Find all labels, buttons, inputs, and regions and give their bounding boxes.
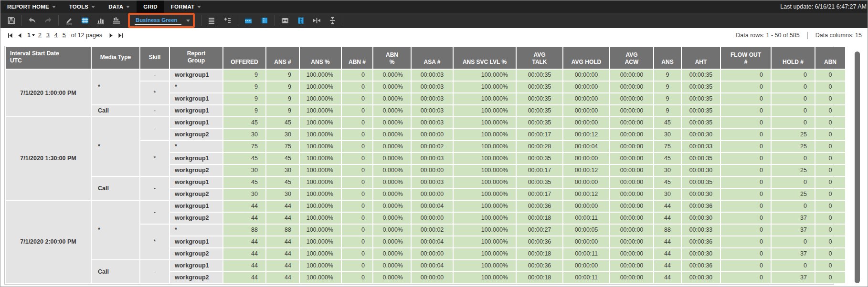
data-cell: 37	[772, 213, 815, 224]
toolbar-separator	[201, 15, 201, 26]
data-cell: 00:00:00	[610, 272, 653, 283]
data-cell: 9	[654, 105, 681, 116]
chart-view-button[interactable]	[93, 14, 108, 27]
menu-data[interactable]: DATA	[102, 0, 137, 13]
data-cell: 100.000%	[300, 82, 341, 92]
freeze-header-row-button[interactable]	[241, 14, 256, 27]
column-header: AVG HOLD	[563, 47, 609, 69]
data-cell: 44	[223, 213, 265, 224]
report-group-cell: workgroup2	[170, 272, 222, 283]
data-cell: 75	[266, 141, 299, 152]
data-cell: 00:00:30	[682, 213, 720, 224]
data-cell: 0	[721, 236, 771, 247]
vertical-scrollbar-thumb[interactable]	[855, 51, 860, 283]
first-page-button[interactable]	[6, 31, 14, 39]
data-cell: 30	[223, 165, 265, 176]
page-link-5[interactable]: 5	[63, 32, 66, 39]
edit-button[interactable]	[61, 14, 77, 27]
data-cell: 00:00:17	[517, 165, 562, 176]
page-link-2[interactable]: 2	[38, 32, 42, 39]
interval-cell: 7/1/2020 1:30:00 PM	[6, 117, 91, 200]
menu-report-home[interactable]: REPORT HOME	[0, 0, 63, 13]
data-cell: 00:00:00	[412, 189, 453, 200]
page-link-3[interactable]: 3	[46, 32, 50, 39]
data-cell: 0.000%	[373, 236, 411, 247]
fit-row-height-button[interactable]	[293, 14, 309, 27]
prev-page-button[interactable]	[16, 31, 23, 39]
data-cell: 00:00:03	[412, 117, 453, 128]
table-row: 7/1/2020 2:00:00 PM*-workgroup14444100.0…	[6, 201, 845, 212]
row-lines-button[interactable]	[204, 14, 220, 27]
column-header: AHT	[682, 47, 720, 69]
skill-cell: *	[140, 82, 169, 104]
data-cell: 100.000%	[300, 213, 341, 224]
last-page-button[interactable]	[116, 31, 124, 39]
current-page-dropdown[interactable]: 1	[27, 32, 35, 39]
media-type-cell: *	[92, 117, 139, 176]
data-cell: 75	[223, 141, 265, 152]
data-cell: 0.000%	[373, 260, 411, 271]
collapse-columns-button[interactable]	[309, 14, 325, 27]
data-cell: 9	[654, 82, 681, 92]
report-group-cell: workgroup1	[170, 93, 222, 104]
data-cell: 00:00:00	[563, 82, 609, 92]
data-cell: 100.000%	[454, 141, 516, 152]
data-cell: 00:00:00	[610, 248, 653, 259]
skill-cell: -	[140, 105, 169, 116]
data-cell: 0	[721, 189, 771, 200]
redo-button[interactable]	[40, 14, 56, 27]
data-cell: 37	[772, 248, 815, 259]
data-cell: 0	[815, 189, 845, 200]
report-grid: Interval Start Date UTC Media Type Skill…	[4, 46, 834, 285]
fit-row-height-icon	[296, 16, 305, 25]
data-cell: 0	[721, 153, 771, 164]
grid-theme-dropdown[interactable]: Business Green	[128, 13, 195, 28]
insert-row-button[interactable]	[220, 14, 235, 27]
data-cell: 0	[342, 236, 372, 247]
data-cell: 0	[815, 272, 845, 283]
prev-page-icon	[17, 32, 23, 39]
data-cell: 100.000%	[300, 93, 341, 104]
report-group-cell: workgroup1	[170, 105, 222, 116]
data-cell: 45	[223, 153, 265, 164]
data-cell: 25	[772, 165, 815, 176]
data-cell: 0	[772, 236, 815, 247]
data-cell: 00:00:00	[610, 213, 653, 224]
data-cell: 0	[721, 93, 771, 104]
report-group-cell: workgroup2	[170, 248, 222, 259]
fit-column-width-button[interactable]	[277, 14, 293, 27]
data-cell: 100.000%	[454, 236, 516, 247]
data-cell: 0	[342, 153, 372, 164]
toolbar-separator	[343, 15, 343, 26]
data-cell: 00:00:03	[412, 105, 453, 116]
data-cell: 00:00:03	[412, 70, 453, 81]
menu-grid[interactable]: GRID	[137, 0, 164, 13]
data-cell: 00:00:04	[412, 201, 453, 212]
grid-view-button[interactable]	[77, 14, 93, 27]
column-header: ANS SVC LVL %	[454, 47, 516, 69]
data-cell: 0.000%	[373, 165, 411, 176]
data-cell: 0	[721, 165, 771, 176]
data-cell: 37	[772, 272, 815, 283]
menu-format[interactable]: FORMAT	[164, 0, 208, 13]
data-cell: 00:00:00	[610, 141, 653, 152]
skill-cell: -	[140, 117, 169, 140]
menu-tools[interactable]: TOOLS	[63, 0, 102, 13]
data-cell: 00:00:18	[517, 213, 562, 224]
data-cell: 0	[815, 70, 845, 81]
page-link-4[interactable]: 4	[54, 32, 58, 39]
media-type-cell: Call	[92, 260, 139, 283]
data-cell: 00:00:11	[563, 272, 609, 283]
next-page-button[interactable]	[107, 31, 115, 39]
save-button[interactable]	[3, 14, 19, 27]
freeze-first-column-button[interactable]	[256, 14, 272, 27]
menu-bar: REPORT HOME TOOLS DATA GRID FORMAT Last …	[0, 0, 868, 13]
collapse-rows-button[interactable]	[325, 14, 340, 27]
data-cell: 00:00:36	[682, 201, 720, 212]
data-cell: 0.000%	[373, 248, 411, 259]
data-cell: 0.000%	[373, 93, 411, 104]
data-cell: 00:00:30	[682, 129, 720, 140]
data-cell: 45	[266, 177, 299, 188]
chart-grid-view-button[interactable]	[108, 14, 124, 27]
undo-button[interactable]	[24, 14, 40, 27]
